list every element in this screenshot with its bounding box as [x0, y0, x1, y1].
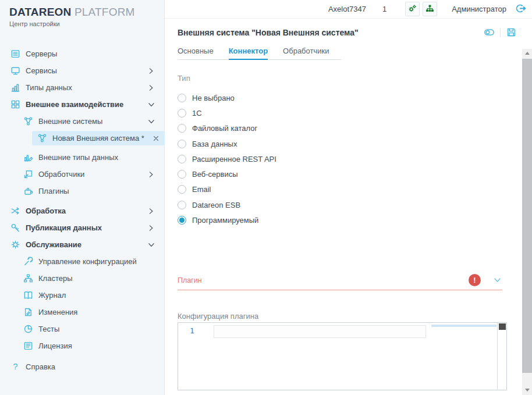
- license-icon: [23, 341, 33, 351]
- sidebar-item-3[interactable]: Внешнее взаимодействие: [0, 96, 164, 113]
- radio-button[interactable]: [178, 94, 186, 102]
- radio-button[interactable]: [178, 155, 186, 163]
- server-icon: [10, 49, 20, 59]
- sidebar-item-2[interactable]: Типы данных: [0, 79, 164, 96]
- sidebar-item-label: Серверы: [26, 49, 57, 58]
- page-title: Внешняя система "Новая Внешняя система": [178, 28, 359, 37]
- chevron-right-icon[interactable]: [148, 225, 155, 232]
- type-option-3[interactable]: База данных: [178, 136, 276, 151]
- radio-label: Веб-сервисы: [192, 170, 238, 179]
- radio-button[interactable]: [178, 170, 186, 179]
- logo-subtitle: Центр настройки: [9, 20, 155, 27]
- type-option-0[interactable]: Не выбрано: [178, 90, 276, 105]
- type-radio-group: Не выбрано1СФайловый каталогБаза данныхР…: [178, 90, 276, 228]
- radio-button[interactable]: [178, 140, 186, 148]
- chevron-right-icon[interactable]: [148, 208, 155, 215]
- type-option-7[interactable]: Datareon ESB: [178, 197, 276, 212]
- tab-1[interactable]: Коннектор: [229, 47, 268, 59]
- triangle-up-icon: [525, 52, 530, 55]
- tab-0[interactable]: Основные: [178, 47, 214, 59]
- sidebar-item-18[interactable]: ?Справка: [0, 358, 164, 375]
- scrollbar-thumb[interactable]: [522, 59, 532, 373]
- chevron-down-icon[interactable]: [148, 118, 155, 125]
- hierarchy-icon: [425, 4, 434, 15]
- type-option-8[interactable]: Программируемый: [178, 212, 276, 227]
- plugin-field-label: Плагин: [178, 276, 469, 284]
- radio-label: База данных: [192, 140, 237, 148]
- main-scrollbar[interactable]: [522, 49, 532, 395]
- radio-button[interactable]: [178, 109, 186, 118]
- gear-icon: [10, 240, 20, 250]
- tab-bar: ОсновныеКоннекторОбработчики: [178, 47, 341, 60]
- brand-name: DATAREON: [9, 6, 71, 18]
- radio-button[interactable]: [178, 124, 186, 133]
- radio-button[interactable]: [178, 201, 186, 209]
- sidebar-item-5[interactable]: Новая Внешняя система *: [0, 130, 164, 147]
- sidebar-item-label: Сервисы: [26, 66, 57, 75]
- sidebar-item-label: Обработка: [26, 207, 66, 215]
- radio-label: 1С: [192, 109, 202, 118]
- topbar-role: Администратор: [452, 5, 506, 13]
- chart-icon: [10, 83, 20, 92]
- sidebar-item-6[interactable]: Внешние типы данных: [0, 149, 164, 166]
- radio-button[interactable]: [178, 185, 186, 194]
- scroll-up-arrow[interactable]: [522, 52, 532, 55]
- chevron-down-icon[interactable]: [494, 276, 501, 284]
- save-icon[interactable]: [506, 27, 517, 38]
- network-icon: [37, 133, 47, 143]
- plugin-select-field[interactable]: Плагин !: [178, 274, 502, 290]
- brand-line: DATAREON PLATFORM: [9, 6, 155, 19]
- logout-button[interactable]: [515, 3, 527, 16]
- hierarchy-button[interactable]: [423, 2, 437, 16]
- sidebar-item-8[interactable]: Плагины: [0, 183, 164, 200]
- sidebar-item-label: Обработчики: [38, 170, 84, 179]
- tab-2[interactable]: Обработчики: [283, 47, 329, 59]
- radio-label: Расширенное REST API: [192, 155, 276, 163]
- wrench-icon: [23, 257, 33, 266]
- sidebar-item-12[interactable]: Управление конфигурацией: [0, 253, 164, 270]
- type-option-5[interactable]: Веб-сервисы: [178, 166, 276, 182]
- sidebar-item-10[interactable]: Публикация данных: [0, 219, 164, 236]
- radio-button[interactable]: [178, 216, 186, 225]
- sidebar-item-label: Типы данных: [26, 83, 72, 92]
- scroll-down-arrow[interactable]: [522, 389, 532, 392]
- sidebar-item-13[interactable]: Кластеры: [0, 270, 164, 287]
- type-option-4[interactable]: Расширенное REST API: [178, 151, 276, 166]
- sidebar-item-label: Изменения: [38, 308, 77, 316]
- type-option-1[interactable]: 1С: [178, 105, 276, 120]
- radio-label: Datareon ESB: [192, 201, 240, 209]
- editor-active-line: [214, 325, 426, 338]
- sidebar-item-14[interactable]: Журнал: [0, 287, 164, 304]
- sidebar-item-4[interactable]: Внешние системы: [0, 113, 164, 130]
- topbar-username: Axelot7347: [328, 5, 366, 13]
- chevron-right-icon[interactable]: [148, 84, 155, 91]
- chevron-right-icon[interactable]: [148, 67, 155, 74]
- radio-label: Файловый каталог: [192, 124, 257, 133]
- sidebar-item-9[interactable]: Обработка: [0, 202, 164, 219]
- app-root: DATAREON PLATFORM Центр настройки Сервер…: [0, 0, 532, 395]
- sidebar-item-11[interactable]: Обслуживание: [0, 236, 164, 253]
- editor-selection-indicator: [431, 325, 496, 327]
- toggle-icon[interactable]: [484, 27, 495, 38]
- chevron-down-icon[interactable]: [148, 241, 155, 248]
- sidebar-item-17[interactable]: Лицензия: [0, 337, 164, 354]
- sidebar-item-0[interactable]: Серверы: [0, 45, 164, 62]
- page-header: Внешняя система "Новая Внешняя система": [178, 27, 517, 38]
- main-content: Внешняя система "Новая Внешняя система" …: [165, 19, 522, 395]
- sidebar-item-7[interactable]: Обработчики: [0, 166, 164, 183]
- chart-edit-icon: [23, 152, 33, 162]
- type-option-6[interactable]: Email: [178, 182, 276, 197]
- sidebar-item-15[interactable]: Изменения: [0, 304, 164, 321]
- sidebar-item-16[interactable]: Тесты: [0, 321, 164, 337]
- type-label: Тип: [178, 74, 190, 83]
- plugin-config-editor[interactable]: 1: [178, 322, 507, 390]
- chevron-down-icon[interactable]: [148, 101, 155, 108]
- editor-scrollbar-thumb[interactable]: [499, 323, 506, 330]
- sidebar-item-1[interactable]: Сервисы: [0, 62, 164, 79]
- settings-gears-button[interactable]: [405, 2, 420, 16]
- plugin-icon: [23, 186, 33, 196]
- chevron-right-icon[interactable]: [148, 171, 155, 178]
- close-icon[interactable]: [152, 135, 159, 142]
- changes-icon: [23, 307, 33, 317]
- type-option-2[interactable]: Файловый каталог: [178, 121, 276, 136]
